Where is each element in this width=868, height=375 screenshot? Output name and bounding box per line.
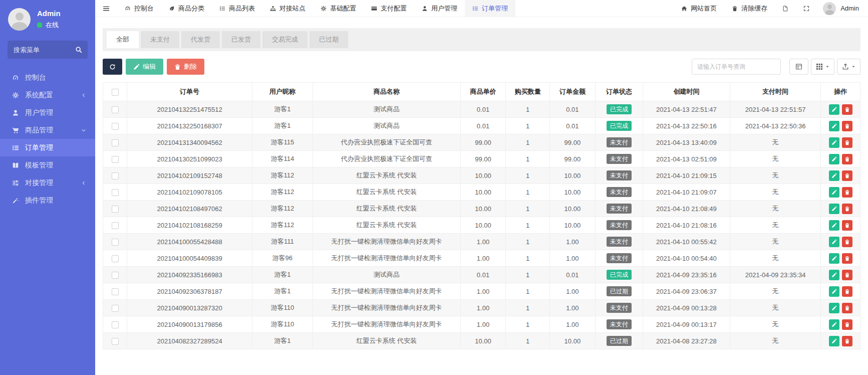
tab-all[interactable]: 全部 — [107, 31, 139, 48]
row-checkbox[interactable] — [112, 272, 119, 279]
row-edit-button[interactable] — [829, 237, 839, 247]
row-checkbox[interactable] — [112, 239, 119, 246]
row-edit-button[interactable] — [829, 204, 839, 214]
top-menu-console[interactable]: 控制台 — [117, 0, 161, 17]
row-delete-button[interactable] — [842, 204, 852, 214]
row-delete-button[interactable] — [842, 270, 852, 280]
row-checkbox[interactable] — [112, 189, 119, 196]
row-checkbox[interactable] — [112, 156, 119, 163]
row-checkbox[interactable] — [112, 338, 119, 345]
avatar[interactable] — [8, 8, 31, 31]
row-delete-button[interactable] — [842, 154, 852, 164]
fullscreen-button[interactable] — [796, 0, 817, 17]
row-delete-button[interactable] — [842, 104, 852, 115]
refresh-button[interactable] — [103, 59, 122, 75]
sidebar-item-system-config[interactable]: 系统配置 — [0, 86, 95, 104]
product-cell: 无打扰一键检测清理微信单向好友周卡 — [313, 300, 460, 316]
actions-cell — [821, 316, 860, 333]
select-all-checkbox[interactable] — [112, 89, 119, 96]
tab-expired[interactable]: 已过期 — [310, 31, 348, 48]
sidebar-toggle-button[interactable] — [95, 0, 117, 17]
top-menu-pay-config[interactable]: 支付配置 — [364, 0, 414, 17]
row-edit-button[interactable] — [829, 319, 839, 330]
trash-icon — [844, 107, 850, 112]
tab-to-ship[interactable]: 代发货 — [181, 31, 220, 48]
top-menu-user-manage[interactable]: 用户管理 — [414, 0, 465, 17]
tab-unpaid[interactable]: 未支付 — [141, 31, 179, 48]
top-menu-base-config[interactable]: 基础配置 — [313, 0, 364, 17]
row-checkbox[interactable] — [112, 305, 119, 312]
columns-toggle-button[interactable] — [811, 59, 834, 75]
row-checkbox[interactable] — [112, 255, 119, 262]
qty-cell: 1 — [506, 250, 550, 267]
sidebar-item-console[interactable]: 控制台 — [0, 69, 95, 86]
clear-cache-button[interactable]: 清除缓存 — [724, 0, 775, 17]
row-delete-button[interactable] — [842, 253, 852, 264]
row-delete-button[interactable] — [842, 121, 852, 131]
row-edit-button[interactable] — [829, 253, 839, 264]
delete-button[interactable]: 删除 — [167, 59, 204, 75]
row-edit-button[interactable] — [829, 104, 839, 115]
row-edit-button[interactable] — [829, 170, 839, 181]
row-edit-button[interactable] — [829, 137, 839, 148]
row-delete-button[interactable] — [842, 137, 852, 148]
row-delete-button[interactable] — [842, 187, 852, 198]
row-checkbox[interactable] — [112, 222, 119, 229]
trash-icon — [732, 6, 738, 12]
row-edit-button[interactable] — [829, 336, 839, 346]
table-row: 202104131340094562游客115代办营业执照极速下证全国可查99.… — [103, 134, 860, 151]
tableview-button[interactable] — [789, 59, 808, 75]
status-cell: 已过期 — [595, 283, 643, 300]
row-edit-button[interactable] — [829, 154, 839, 164]
checkbox-cell — [103, 333, 127, 349]
row-edit-button[interactable] — [829, 121, 839, 131]
export-button[interactable] — [837, 59, 860, 75]
row-edit-button[interactable] — [829, 187, 839, 198]
sidebar-item-template-manage[interactable]: 模板管理 — [0, 156, 95, 174]
row-edit-button[interactable] — [829, 220, 839, 231]
row-delete-button[interactable] — [842, 303, 852, 313]
row-edit-button[interactable] — [829, 270, 839, 280]
table-row: 202104132251475512游客1测试商品0.0110.01已完成202… — [103, 101, 860, 118]
sidebar-item-plugin-manage[interactable]: 插件管理 — [0, 192, 95, 209]
admin-avatar[interactable] — [823, 2, 836, 15]
sidebar-item-goods-manage[interactable]: 商品管理 — [0, 121, 95, 139]
top-menu-goods-category[interactable]: 商品分类 — [161, 0, 212, 17]
actions-cell — [821, 234, 860, 250]
order-no-cell: 202104130251099023 — [127, 151, 252, 167]
row-edit-button[interactable] — [829, 286, 839, 297]
clear-template-cache-button[interactable] — [775, 0, 796, 17]
top-menu-order-manage[interactable]: 订单管理 — [465, 0, 515, 17]
sidebar-item-order-manage[interactable]: 订单管理 — [0, 139, 95, 156]
row-edit-button[interactable] — [829, 303, 839, 313]
order-search-input[interactable] — [692, 59, 781, 75]
row-checkbox[interactable] — [112, 321, 119, 328]
row-checkbox[interactable] — [112, 106, 119, 113]
row-delete-button[interactable] — [842, 220, 852, 231]
row-delete-button[interactable] — [842, 286, 852, 297]
row-delete-button[interactable] — [842, 170, 852, 181]
row-checkbox[interactable] — [112, 288, 119, 295]
price-cell: 10.00 — [460, 184, 506, 201]
row-delete-button[interactable] — [842, 237, 852, 247]
tab-shipped[interactable]: 已发货 — [222, 31, 260, 48]
created-cell: 2021-04-10 00:54:40 — [643, 250, 730, 267]
pencil-icon — [831, 107, 837, 112]
table-row: 202104090013179856游客110无打扰一键检测清理微信单向好友周卡… — [103, 316, 860, 333]
checkbox-cell — [103, 134, 127, 151]
row-delete-button[interactable] — [842, 336, 852, 346]
row-delete-button[interactable] — [842, 319, 852, 330]
edit-button[interactable]: 编辑 — [126, 59, 163, 75]
row-checkbox[interactable] — [112, 123, 119, 130]
row-checkbox[interactable] — [112, 139, 119, 146]
top-menu-sites[interactable]: 对接站点 — [262, 0, 313, 17]
paid-cell: 无 — [730, 134, 820, 151]
row-checkbox[interactable] — [112, 172, 119, 179]
trash-icon — [174, 64, 181, 70]
tab-completed[interactable]: 交易完成 — [262, 31, 308, 48]
top-menu-goods-list[interactable]: 商品列表 — [212, 0, 262, 17]
home-link[interactable]: 网站首页 — [674, 0, 724, 17]
sidebar-item-user-manage[interactable]: 用户管理 — [0, 104, 95, 121]
row-checkbox[interactable] — [112, 206, 119, 213]
sidebar-item-integration-manage[interactable]: 对接管理 — [0, 174, 95, 192]
